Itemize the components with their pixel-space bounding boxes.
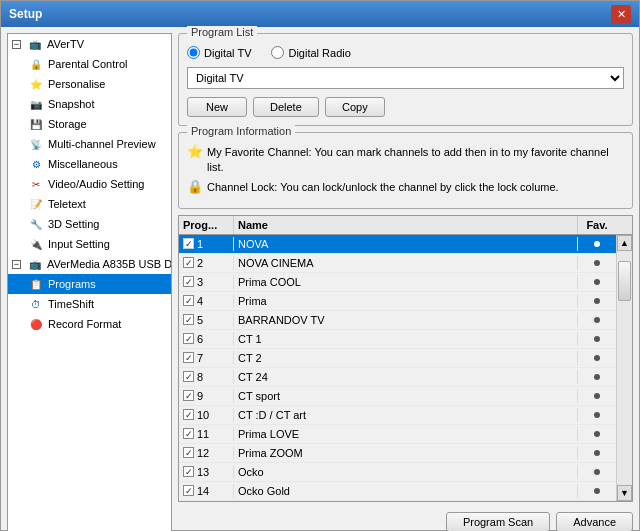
sidebar-label-input: Input Setting bbox=[48, 238, 110, 250]
channel-fav[interactable] bbox=[578, 354, 616, 362]
channel-checkbox[interactable] bbox=[183, 409, 194, 420]
scroll-track bbox=[617, 251, 632, 485]
channel-number: 3 bbox=[197, 276, 203, 288]
sidebar-item-programs[interactable]: 📋 Programs bbox=[8, 274, 171, 294]
channel-fav[interactable] bbox=[578, 392, 616, 400]
channel-fav[interactable] bbox=[578, 278, 616, 286]
channel-row[interactable]: 4Prima bbox=[179, 292, 616, 311]
sidebar-item-avertv[interactable]: − 📺 AVerTV bbox=[8, 34, 171, 54]
fav-dot bbox=[594, 374, 600, 380]
copy-button[interactable]: Copy bbox=[325, 97, 385, 117]
scroll-thumb[interactable] bbox=[618, 261, 631, 301]
channel-fav[interactable] bbox=[578, 411, 616, 419]
col-header-fav: Fav. bbox=[578, 216, 616, 234]
radio-digital-radio-input[interactable] bbox=[271, 46, 284, 59]
sidebar-item-video-audio[interactable]: ✂ Video/Audio Setting bbox=[8, 174, 171, 194]
sidebar-item-timeshift[interactable]: ⏱ TimeShift bbox=[8, 294, 171, 314]
channel-checkbox[interactable] bbox=[183, 314, 194, 325]
channel-fav[interactable] bbox=[578, 240, 616, 248]
channel-checkbox[interactable] bbox=[183, 238, 194, 249]
channel-fav[interactable] bbox=[578, 487, 616, 495]
channel-checkbox[interactable] bbox=[183, 466, 194, 477]
content-area: − 📺 AVerTV 🔒 Parental Control ⭐ Personal… bbox=[1, 27, 639, 531]
channel-checkbox[interactable] bbox=[183, 257, 194, 268]
channel-name: CT 2 bbox=[234, 351, 578, 365]
channel-row[interactable]: 10CT :D / CT art bbox=[179, 406, 616, 425]
channel-row[interactable]: 14Ocko Gold bbox=[179, 482, 616, 501]
sidebar-item-miscellaneous[interactable]: ⚙ Miscellaneous bbox=[8, 154, 171, 174]
sidebar-item-input[interactable]: 🔌 Input Setting bbox=[8, 234, 171, 254]
channel-name: NOVA CINEMA bbox=[234, 256, 578, 270]
sidebar-item-multi-channel[interactable]: 📡 Multi-channel Preview bbox=[8, 134, 171, 154]
channel-fav[interactable] bbox=[578, 259, 616, 267]
channel-number: 4 bbox=[197, 295, 203, 307]
channel-checkbox[interactable] bbox=[183, 371, 194, 382]
sidebar-item-3d[interactable]: 🔧 3D Setting bbox=[8, 214, 171, 234]
programs-icon: 📋 bbox=[28, 276, 44, 292]
channel-fav[interactable] bbox=[578, 335, 616, 343]
sidebar-label-storage: Storage bbox=[48, 118, 87, 130]
channel-checkbox[interactable] bbox=[183, 333, 194, 344]
channel-row[interactable]: 12Prima ZOOM bbox=[179, 444, 616, 463]
scroll-up-button[interactable]: ▲ bbox=[617, 235, 632, 251]
channel-row[interactable]: 1NOVA bbox=[179, 235, 616, 254]
channel-fav[interactable] bbox=[578, 316, 616, 324]
sidebar-item-record-format[interactable]: 🔴 Record Format bbox=[8, 314, 171, 334]
scrollbar-spacer bbox=[616, 216, 632, 234]
expand-icon-avermedia[interactable]: − bbox=[12, 260, 21, 269]
channel-row[interactable]: 2NOVA CINEMA bbox=[179, 254, 616, 273]
channel-checkbox[interactable] bbox=[183, 276, 194, 287]
expand-icon-avertv[interactable]: − bbox=[12, 40, 21, 49]
channel-checkbox[interactable] bbox=[183, 428, 194, 439]
channel-checkbox[interactable] bbox=[183, 295, 194, 306]
radio-digital-radio[interactable]: Digital Radio bbox=[271, 46, 350, 59]
channel-row[interactable]: 5BARRANDOV TV bbox=[179, 311, 616, 330]
channel-table-body[interactable]: 1NOVA2NOVA CINEMA3Prima COOL4Prima5BARRA… bbox=[179, 235, 616, 501]
col-header-name: Name bbox=[234, 216, 578, 234]
channel-number: 5 bbox=[197, 314, 203, 326]
close-button[interactable]: ✕ bbox=[611, 5, 631, 23]
channel-row[interactable]: 8CT 24 bbox=[179, 368, 616, 387]
sidebar-item-avermedia[interactable]: − 📺 AVerMedia A835B USB DVB bbox=[8, 254, 171, 274]
channel-checkbox[interactable] bbox=[183, 352, 194, 363]
sidebar-item-personalise[interactable]: ⭐ Personalise bbox=[8, 74, 171, 94]
sidebar-item-snapshot[interactable]: 📷 Snapshot bbox=[8, 94, 171, 114]
multi-channel-icon: 📡 bbox=[28, 136, 44, 152]
sidebar-label-snapshot: Snapshot bbox=[48, 98, 94, 110]
radio-row: Digital TV Digital Radio bbox=[187, 46, 624, 59]
advance-button[interactable]: Advance bbox=[556, 512, 633, 531]
video-audio-icon: ✂ bbox=[28, 176, 44, 192]
program-scan-button[interactable]: Program Scan bbox=[446, 512, 550, 531]
channel-row[interactable]: 6CT 1 bbox=[179, 330, 616, 349]
channel-fav[interactable] bbox=[578, 373, 616, 381]
channel-row[interactable]: 3Prima COOL bbox=[179, 273, 616, 292]
channel-row[interactable]: 9CT sport bbox=[179, 387, 616, 406]
lock-icon: 🔒 bbox=[187, 180, 203, 196]
sidebar-item-parental[interactable]: 🔒 Parental Control bbox=[8, 54, 171, 74]
channel-row[interactable]: 11Prima LOVE bbox=[179, 425, 616, 444]
col-header-prog: Prog... bbox=[179, 216, 234, 234]
channel-fav[interactable] bbox=[578, 449, 616, 457]
new-button[interactable]: New bbox=[187, 97, 247, 117]
channel-checkbox[interactable] bbox=[183, 485, 194, 496]
radio-digital-tv-input[interactable] bbox=[187, 46, 200, 59]
record-format-icon: 🔴 bbox=[28, 316, 44, 332]
favorite-icon: ⭐ bbox=[187, 145, 203, 161]
channel-fav[interactable] bbox=[578, 297, 616, 305]
channel-row[interactable]: 7CT 2 bbox=[179, 349, 616, 368]
sidebar-label-programs: Programs bbox=[48, 278, 96, 290]
dropdown-row: Digital TV Digital Radio bbox=[187, 67, 624, 89]
timeshift-icon: ⏱ bbox=[28, 296, 44, 312]
delete-button[interactable]: Delete bbox=[253, 97, 319, 117]
sidebar-item-teletext[interactable]: 📝 Teletext bbox=[8, 194, 171, 214]
vertical-scrollbar[interactable]: ▲ ▼ bbox=[616, 235, 632, 501]
radio-digital-tv[interactable]: Digital TV bbox=[187, 46, 251, 59]
channel-fav[interactable] bbox=[578, 430, 616, 438]
program-type-select[interactable]: Digital TV Digital Radio bbox=[187, 67, 624, 89]
channel-checkbox[interactable] bbox=[183, 447, 194, 458]
sidebar-item-storage[interactable]: 💾 Storage bbox=[8, 114, 171, 134]
channel-fav[interactable] bbox=[578, 468, 616, 476]
channel-checkbox[interactable] bbox=[183, 390, 194, 401]
scroll-down-button[interactable]: ▼ bbox=[617, 485, 632, 501]
channel-row[interactable]: 13Ocko bbox=[179, 463, 616, 482]
